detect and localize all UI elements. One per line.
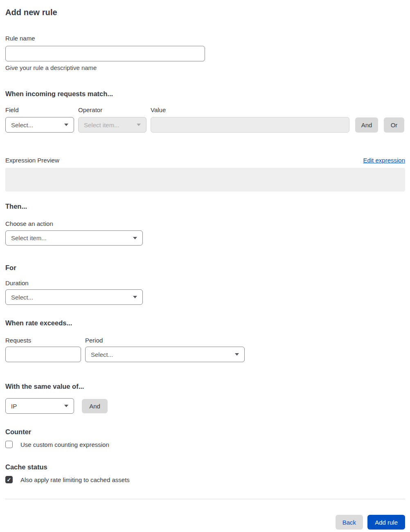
same-value-section-heading: With the same value of... xyxy=(5,382,405,390)
expression-preview-label: Expression Preview xyxy=(5,157,59,164)
same-value-and-button[interactable]: And xyxy=(82,399,108,413)
cache-section-heading: Cache status xyxy=(5,463,405,471)
cached-assets-checkbox[interactable]: ✓ xyxy=(5,476,13,483)
requests-label: Requests xyxy=(5,337,85,344)
characteristic-select-value: IP xyxy=(11,403,17,410)
footer-actions: Back Add rule xyxy=(5,515,405,532)
rule-name-label: Rule name xyxy=(5,35,405,42)
value-label: Value xyxy=(151,106,166,114)
cache-checkbox-row: ✓ Also apply rate limiting to cached ass… xyxy=(5,476,405,483)
expression-preview-header: Expression Preview Edit expression xyxy=(5,157,405,164)
then-section-heading: Then... xyxy=(5,202,405,210)
rate-section-heading: When rate exceeds... xyxy=(5,319,405,327)
counter-section-heading: Counter xyxy=(5,428,405,436)
page-title: Add new rule xyxy=(5,8,405,17)
operator-select[interactable]: Select item... xyxy=(78,117,146,133)
for-section-heading: For xyxy=(5,264,405,272)
counter-checkbox-row: ✓ Use custom counting expression xyxy=(5,441,405,448)
rule-name-helper: Give your rule a descriptive name xyxy=(5,64,405,72)
duration-label: Duration xyxy=(5,280,405,287)
match-section-heading: When incoming requests match... xyxy=(5,90,405,98)
period-label: Period xyxy=(85,337,103,344)
custom-counting-checkbox[interactable]: ✓ xyxy=(5,441,13,448)
rule-name-input[interactable] xyxy=(5,46,205,61)
period-select[interactable]: Select... xyxy=(85,347,245,362)
cached-assets-label[interactable]: Also apply rate limiting to cached asset… xyxy=(20,476,130,483)
edit-expression-link[interactable]: Edit expression xyxy=(363,157,405,164)
caret-down-icon xyxy=(133,296,137,298)
rate-labels-row: Requests Period xyxy=(5,337,405,344)
value-input[interactable] xyxy=(151,117,349,133)
action-label: Choose an action xyxy=(5,220,405,228)
expression-preview-box xyxy=(5,168,405,192)
field-label: Field xyxy=(5,106,78,114)
caret-down-icon xyxy=(137,124,141,126)
field-select[interactable]: Select... xyxy=(5,117,74,133)
field-select-value: Select... xyxy=(11,122,33,128)
checkmark-icon: ✓ xyxy=(7,477,11,482)
characteristic-select[interactable]: IP xyxy=(5,398,74,414)
rate-controls-row: Select... xyxy=(5,347,405,362)
caret-down-icon xyxy=(235,353,239,356)
duration-select[interactable]: Select... xyxy=(5,289,143,305)
duration-select-value: Select... xyxy=(11,294,33,301)
or-button[interactable]: Or xyxy=(384,117,404,133)
add-rule-form: Add new rule Rule name Give your rule a … xyxy=(0,0,410,532)
action-select[interactable]: Select item... xyxy=(5,230,143,246)
operator-label: Operator xyxy=(78,106,151,114)
caret-down-icon xyxy=(133,237,137,239)
custom-counting-label[interactable]: Use custom counting expression xyxy=(20,441,109,448)
operator-select-value: Select item... xyxy=(84,122,119,128)
caret-down-icon xyxy=(64,124,68,126)
back-button[interactable]: Back xyxy=(336,515,363,530)
period-select-value: Select... xyxy=(91,351,113,358)
rule-name-section: Rule name Give your rule a descriptive n… xyxy=(5,35,405,72)
match-labels-row: Field Operator Value xyxy=(5,106,405,114)
add-rule-button[interactable]: Add rule xyxy=(367,515,405,530)
footer-divider xyxy=(5,499,405,499)
caret-down-icon xyxy=(64,405,68,407)
and-button[interactable]: And xyxy=(355,117,378,133)
requests-input[interactable] xyxy=(5,347,81,362)
match-controls-row: Select... Select item... And Or xyxy=(5,117,405,133)
same-value-row: IP And xyxy=(5,398,405,414)
action-select-value: Select item... xyxy=(11,234,47,241)
